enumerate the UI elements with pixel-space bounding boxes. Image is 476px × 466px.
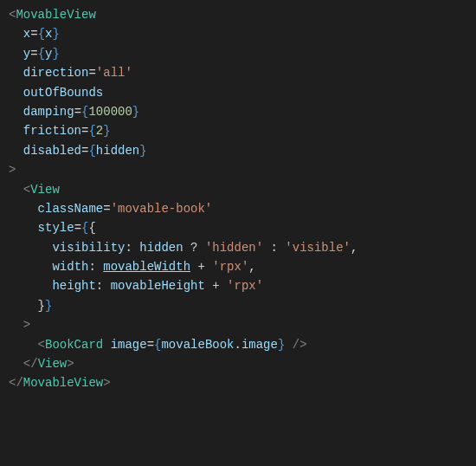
code-line: x={x} (9, 24, 467, 43)
code-line: width: movableWidth + 'rpx', (9, 257, 467, 276)
code-line: damping={100000} (9, 102, 467, 121)
code-line: direction='all' (9, 63, 467, 82)
code-line: </View> (9, 354, 467, 373)
code-line: <MovableView (9, 5, 467, 24)
code-line: style={{ (9, 218, 467, 237)
code-line: disabled={hidden} (9, 141, 467, 160)
code-line: y={y} (9, 44, 467, 63)
code-line: <BookCard image={movaleBook.image} /> (9, 335, 467, 354)
code-line: visibility: hidden ? 'hidden' : 'visible… (9, 238, 467, 257)
code-line: friction={2} (9, 121, 467, 140)
code-line: > (9, 160, 467, 179)
code-line: outOfBounds (9, 83, 467, 102)
code-line: <View (9, 180, 467, 199)
code-line: className='movable-book' (9, 199, 467, 218)
code-line: height: movableHeight + 'rpx' (9, 276, 467, 295)
code-line: </MovableView> (9, 373, 467, 392)
variable-link[interactable]: movableWidth (103, 260, 190, 274)
code-editor[interactable]: <MovableView x={x} y={y} direction='all'… (9, 5, 467, 393)
code-line: }} (9, 296, 467, 315)
code-line: > (9, 315, 467, 334)
